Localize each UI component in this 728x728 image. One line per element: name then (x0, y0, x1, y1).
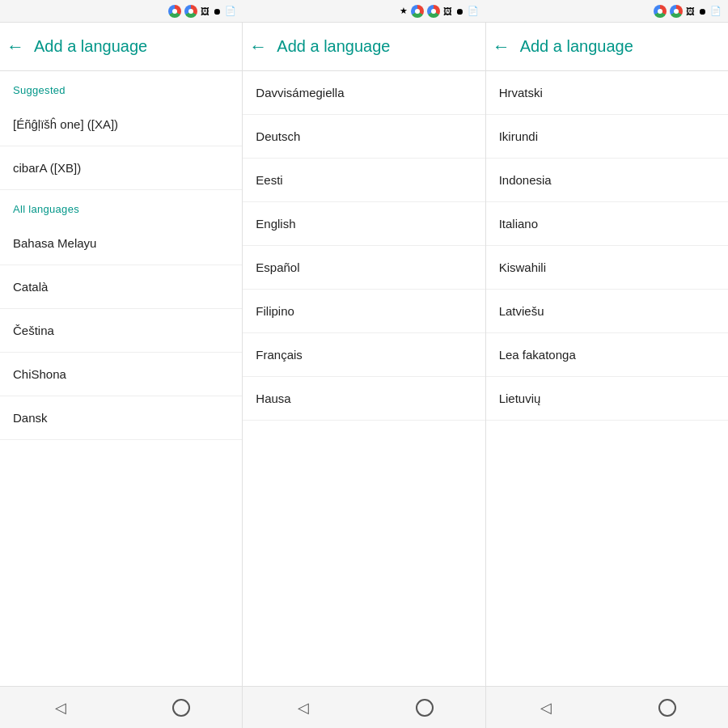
status-bar-center: ★ 🖼 ⏺ 📄 (243, 0, 485, 22)
nav-bar-3: ◁ (486, 686, 728, 728)
list-item[interactable]: Filipino (243, 290, 485, 333)
suggested-header: Suggested (0, 71, 242, 103)
list-item[interactable]: Čeština (0, 309, 242, 353)
nav-bar-1: ◁ (0, 686, 242, 728)
list-item[interactable]: Eesti (243, 159, 485, 202)
panel-2: ← Add a language Davvisámegiella Deutsch… (243, 23, 485, 728)
nav-home-button-1[interactable] (165, 692, 197, 724)
chrome-icon-4 (427, 5, 440, 18)
list-item[interactable]: Hrvatski (486, 71, 728, 115)
chrome-icon-5 (654, 5, 667, 18)
list-item[interactable]: Español (243, 246, 485, 290)
nav-back-button-2[interactable]: ◁ (287, 692, 320, 724)
app-bar-2: ← Add a language (243, 23, 485, 71)
app-bar-title-3: Add a language (520, 37, 633, 56)
app-bar-3: ← Add a language (486, 23, 728, 71)
back-button-1[interactable]: ← (6, 36, 24, 57)
back-button-3[interactable]: ← (493, 36, 510, 57)
record-icon-3: ⏺ (698, 6, 707, 16)
status-bar-right: 🖼 ⏺ 📄 (485, 0, 728, 22)
list-item[interactable]: Bahasa Melayu (0, 222, 242, 265)
list-item[interactable]: cibarA ([XB]) (0, 146, 242, 190)
chrome-icon-3 (411, 5, 424, 18)
panel-1: ← Add a language Suggested [Éñĝļïšĥ one]… (0, 23, 243, 728)
nav-back-button-1[interactable]: ◁ (44, 692, 77, 724)
content-2: Davvisámegiella Deutsch Eesti English Es… (243, 71, 485, 686)
nav-back-button-3[interactable]: ◁ (530, 692, 562, 724)
nav-home-button-2[interactable] (408, 692, 441, 724)
panel-3: ← Add a language Hrvatski Ikirundi Indon… (486, 23, 728, 728)
content-1: Suggested [Éñĝļïšĥ one] ([XA]) cibarA ([… (0, 71, 242, 686)
list-item[interactable]: [Éñĝļïšĥ one] ([XA]) (0, 103, 242, 146)
list-item[interactable]: Ikirundi (486, 115, 728, 159)
list-item[interactable]: Lea fakatonga (486, 333, 728, 377)
list-item[interactable]: Davvisámegiella (243, 71, 485, 115)
list-item[interactable]: Kiswahili (486, 246, 728, 290)
record-icon-2: ⏺ (455, 6, 464, 16)
nav-home-button-3[interactable] (651, 692, 684, 724)
app-bar-title-1: Add a language (34, 37, 147, 56)
chrome-icon-6 (670, 5, 683, 18)
bluetooth-icon: ★ (400, 6, 408, 16)
list-item[interactable]: Français (243, 333, 485, 377)
home-nav-icon-3 (658, 699, 676, 717)
status-bar: 🖼 ⏺ 📄 ★ 🖼 ⏺ 📄 🖼 ⏺ 📄 (0, 0, 728, 23)
list-item[interactable]: ChiShona (0, 353, 242, 396)
app-bar-1: ← Add a language (0, 23, 242, 71)
panels-container: ← Add a language Suggested [Éñĝļïšĥ one]… (0, 23, 728, 728)
list-item[interactable]: Deutsch (243, 115, 485, 159)
list-item[interactable]: Hausa (243, 377, 485, 421)
list-item[interactable]: Català (0, 265, 242, 309)
list-item[interactable]: Latviešu (486, 290, 728, 333)
status-bar-left: 🖼 ⏺ 📄 (0, 0, 243, 22)
list-item[interactable]: Lietuvių (486, 377, 728, 421)
all-languages-header: All languages (0, 190, 242, 222)
content-3: Hrvatski Ikirundi Indonesia Italiano Kis… (486, 71, 728, 686)
home-nav-icon-2 (416, 699, 434, 717)
file-icon-2: 📄 (468, 6, 479, 16)
back-nav-icon-3: ◁ (540, 699, 552, 717)
file-icon-3: 📄 (710, 6, 722, 16)
back-nav-icon-1: ◁ (55, 699, 66, 717)
chrome-icon-2 (184, 5, 197, 18)
list-item[interactable]: Dansk (0, 396, 242, 440)
list-item[interactable]: English (243, 202, 485, 246)
back-nav-icon-2: ◁ (298, 699, 309, 717)
record-icon: ⏺ (213, 6, 222, 16)
chrome-icon-1 (168, 5, 181, 18)
nav-bar-2: ◁ (243, 686, 485, 728)
home-nav-icon-1 (172, 699, 190, 717)
list-item[interactable]: Indonesia (486, 159, 728, 202)
image-icon: 🖼 (201, 6, 210, 16)
list-item[interactable]: Italiano (486, 202, 728, 246)
back-button-2[interactable]: ← (249, 36, 267, 57)
file-icon: 📄 (225, 6, 236, 16)
image-icon-2: 🖼 (443, 6, 452, 16)
app-bar-title-2: Add a language (277, 37, 390, 56)
image-icon-3: 🖼 (686, 6, 695, 16)
